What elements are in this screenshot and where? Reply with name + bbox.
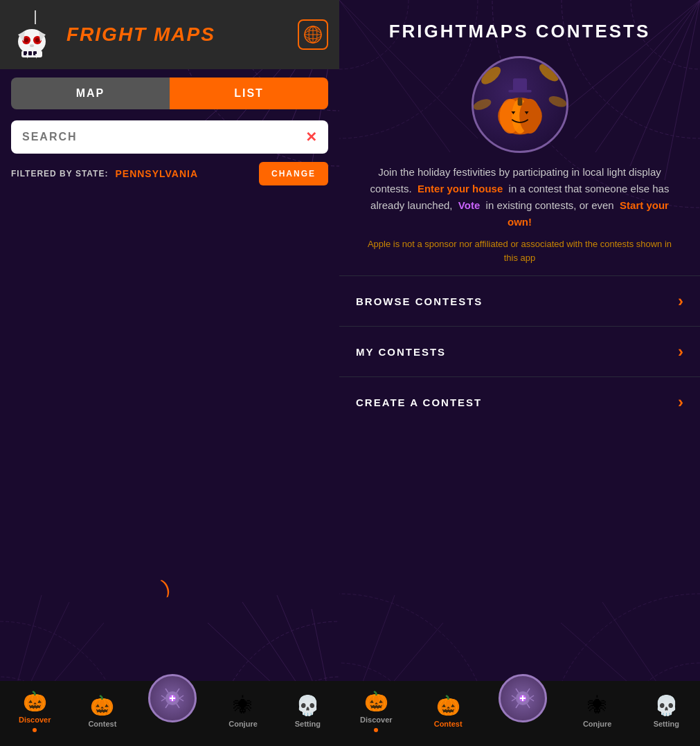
filter-row: FILTERED BY STATE: PENNSYLVANIA CHANGE bbox=[11, 162, 328, 185]
svg-rect-27 bbox=[28, 51, 32, 55]
svg-line-96 bbox=[527, 704, 530, 708]
web-icon-button[interactable] bbox=[298, 19, 328, 50]
right-nav-item-discover[interactable]: 🎃 Discover bbox=[355, 690, 397, 732]
filter-label: FILTERED BY STATE: bbox=[11, 169, 108, 179]
create-contest-label: CREATE A CONTEST bbox=[356, 397, 678, 408]
logo-spider bbox=[11, 10, 60, 59]
svg-point-77 bbox=[547, 94, 566, 109]
description-text: Join the holiday festivities by particip… bbox=[360, 164, 679, 230]
right-contest-label: Contest bbox=[434, 720, 463, 728]
right-bottom-nav: 🎃 Discover 🎃 Contest bbox=[339, 681, 700, 746]
spider-thread bbox=[35, 10, 36, 24]
search-bar: ✕ bbox=[11, 120, 328, 154]
svg-point-76 bbox=[474, 97, 492, 112]
app-title: FRIGHT MAPS bbox=[66, 24, 215, 46]
map-tab[interactable]: MAP bbox=[11, 78, 170, 109]
nav-item-setting[interactable]: 💀 Setting bbox=[289, 694, 326, 728]
right-conjure-label: Conjure bbox=[583, 720, 612, 728]
left-bottom-nav: 🎃 Discover 🎃 Contest bbox=[0, 681, 339, 746]
right-conjure-icon: 🕷 bbox=[588, 694, 607, 717]
map-list-toggle: MAP LIST bbox=[11, 78, 328, 109]
nav-item-discover[interactable]: 🎃 Discover bbox=[13, 690, 56, 732]
center-spider-icon bbox=[160, 686, 185, 711]
start-own-link[interactable]: Start your own! bbox=[508, 199, 669, 228]
svg-line-46 bbox=[179, 695, 183, 698]
list-tab[interactable]: LIST bbox=[170, 78, 328, 109]
enter-house-link[interactable]: Enter your house bbox=[418, 183, 503, 194]
pumpkin-circle bbox=[472, 56, 568, 153]
right-header: FRIGHTMAPS CONTESTS bbox=[339, 0, 700, 49]
my-contests-row[interactable]: MY CONTESTS › bbox=[339, 326, 700, 376]
right-nav-item-contest[interactable]: 🎃 Contest bbox=[429, 694, 468, 728]
right-setting-icon: 💀 bbox=[654, 694, 679, 717]
nav-center-button[interactable] bbox=[148, 674, 197, 722]
svg-rect-86 bbox=[512, 78, 526, 91]
svg-line-50 bbox=[165, 704, 168, 708]
browse-chevron-icon: › bbox=[678, 291, 683, 311]
svg-line-44 bbox=[161, 695, 165, 698]
right-discover-icon: 🎃 bbox=[364, 690, 388, 713]
right-nav-item-conjure[interactable]: 🕷 Conjure bbox=[577, 694, 618, 728]
my-contests-chevron-icon: › bbox=[678, 342, 683, 361]
browse-contests-row[interactable]: BROWSE CONTESTS › bbox=[339, 275, 700, 326]
right-panel: FRIGHTMAPS CONTESTS bbox=[339, 0, 700, 746]
svg-line-49 bbox=[177, 689, 179, 693]
svg-line-94 bbox=[527, 689, 530, 693]
right-discover-label: Discover bbox=[360, 716, 392, 724]
svg-line-51 bbox=[177, 704, 179, 708]
contest-icon: 🎃 bbox=[90, 694, 114, 717]
search-clear-icon[interactable]: ✕ bbox=[305, 129, 317, 145]
svg-point-24 bbox=[35, 38, 39, 42]
map-area: ) bbox=[0, 191, 339, 681]
svg-point-74 bbox=[478, 64, 503, 87]
svg-line-95 bbox=[516, 704, 519, 708]
svg-point-75 bbox=[536, 61, 561, 84]
svg-line-91 bbox=[530, 695, 534, 698]
discover-icon: 🎃 bbox=[23, 690, 47, 713]
svg-line-92 bbox=[530, 698, 534, 701]
create-contest-chevron-icon: › bbox=[678, 392, 683, 412]
svg-point-81 bbox=[519, 99, 540, 134]
map-squiggle: ) bbox=[159, 575, 173, 598]
vote-link[interactable]: Vote bbox=[458, 199, 480, 211]
web-icon bbox=[303, 25, 323, 44]
disclaimer-text: Apple is not a sponsor nor affiliated or… bbox=[360, 237, 679, 264]
nav-item-contest[interactable]: 🎃 Contest bbox=[82, 694, 122, 728]
browse-contests-label: BROWSE CONTESTS bbox=[356, 295, 678, 307]
contests-title: FRIGHTMAPS CONTESTS bbox=[353, 21, 686, 42]
nav-item-conjure[interactable]: 🕷 Conjure bbox=[223, 694, 263, 728]
svg-line-48 bbox=[165, 689, 168, 693]
create-contest-row[interactable]: CREATE A CONTEST › bbox=[339, 376, 700, 427]
left-panel: FRIGHT MAPS MAP LIST ✕ FILTERED BY STATE… bbox=[0, 0, 339, 746]
left-header: FRIGHT MAPS bbox=[0, 0, 339, 69]
filter-state: PENNSYLVANIA bbox=[115, 168, 198, 179]
svg-rect-82 bbox=[517, 98, 522, 106]
setting-icon: 💀 bbox=[296, 694, 320, 717]
skull-icon bbox=[11, 24, 53, 66]
contest-list: BROWSE CONTESTS › MY CONTESTS › CREATE A… bbox=[339, 275, 700, 681]
right-nav-item-setting[interactable]: 💀 Setting bbox=[648, 694, 685, 728]
svg-line-47 bbox=[179, 698, 183, 701]
svg-line-89 bbox=[512, 695, 516, 698]
right-contest-icon: 🎃 bbox=[436, 694, 460, 717]
my-contests-label: MY CONTESTS bbox=[356, 346, 678, 358]
conjure-icon: 🕷 bbox=[233, 694, 253, 717]
right-discover-dot bbox=[374, 728, 378, 732]
change-button[interactable]: CHANGE bbox=[259, 162, 328, 185]
right-nav-center-button[interactable] bbox=[499, 674, 547, 722]
setting-label: Setting bbox=[295, 720, 321, 728]
svg-line-45 bbox=[161, 698, 165, 701]
contest-label: Contest bbox=[88, 720, 116, 728]
pumpkin-decoration bbox=[474, 56, 566, 153]
svg-point-23 bbox=[24, 38, 28, 42]
svg-line-93 bbox=[516, 689, 519, 693]
svg-line-90 bbox=[512, 698, 516, 701]
svg-point-25 bbox=[30, 44, 34, 47]
conjure-label: Conjure bbox=[228, 720, 258, 728]
search-input[interactable] bbox=[22, 131, 305, 143]
discover-label: Discover bbox=[19, 716, 51, 724]
discover-dot bbox=[33, 728, 37, 732]
right-setting-label: Setting bbox=[654, 720, 679, 728]
description-area: Join the holiday festivities by particip… bbox=[339, 164, 700, 275]
pumpkin-image bbox=[339, 56, 700, 153]
